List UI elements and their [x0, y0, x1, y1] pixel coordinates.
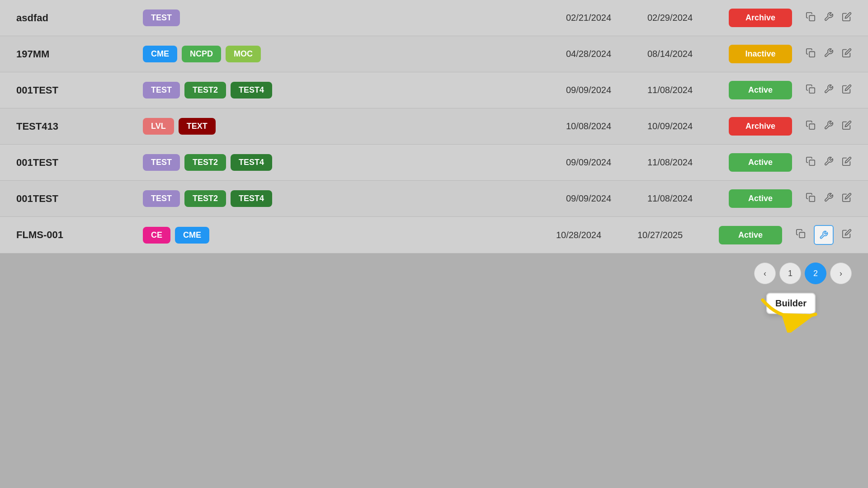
row-start-date: 10/08/2024 — [548, 121, 629, 131]
copy-icon[interactable] — [806, 192, 816, 205]
builder-tooltip-label: Builder — [775, 298, 807, 308]
builder-tooltip: Builder — [766, 293, 816, 314]
tag-ce[interactable]: CE — [143, 227, 170, 244]
edit-icon[interactable] — [842, 12, 852, 24]
status-button[interactable]: Active — [729, 153, 792, 172]
status-button[interactable]: Active — [729, 81, 792, 99]
row-actions — [806, 48, 852, 61]
row-start-date: 04/28/2024 — [548, 49, 629, 59]
status-button[interactable]: Archive — [729, 117, 792, 136]
row-start-date: 09/09/2024 — [548, 85, 629, 95]
tag-test2[interactable]: TEST2 — [184, 154, 226, 171]
tag-test2[interactable]: TEST2 — [184, 190, 226, 207]
tag-text[interactable]: TEXT — [179, 118, 216, 135]
page-2-button[interactable]: 2 — [805, 263, 826, 284]
svg-rect-0 — [809, 15, 815, 21]
table-row: 197MMCMENCPDMOC04/28/202408/14/2024Inact… — [0, 36, 868, 72]
row-tags: CECME — [143, 227, 324, 244]
status-button[interactable]: Active — [719, 226, 782, 244]
edit-icon[interactable] — [842, 229, 852, 241]
svg-rect-5 — [809, 196, 815, 202]
tag-test2[interactable]: TEST2 — [184, 82, 226, 99]
builder-icon[interactable] — [824, 156, 834, 169]
tag-test4[interactable]: TEST4 — [231, 154, 272, 171]
builder-icon[interactable] — [824, 84, 834, 97]
builder-icon[interactable] — [824, 192, 834, 205]
svg-rect-2 — [809, 88, 815, 93]
tag-test[interactable]: TEST — [143, 190, 180, 207]
table-row: TEST413LVLTEXT10/08/202410/09/2024Archiv… — [0, 108, 868, 145]
edit-icon[interactable] — [842, 48, 852, 61]
svg-rect-4 — [809, 160, 815, 165]
row-actions — [806, 120, 852, 133]
copy-icon[interactable] — [806, 120, 816, 133]
page-1-button[interactable]: 1 — [779, 263, 801, 284]
table-row: 001TESTTESTTEST2TEST409/09/202411/08/202… — [0, 72, 868, 108]
row-name: FLMS-001 — [16, 229, 143, 241]
svg-rect-3 — [809, 124, 815, 129]
row-actions — [806, 84, 852, 97]
builder-icon[interactable] — [824, 120, 834, 133]
edit-icon[interactable] — [842, 156, 852, 169]
row-tags: TESTTEST2TEST4 — [143, 154, 324, 171]
copy-icon[interactable] — [806, 48, 816, 61]
tag-cme[interactable]: CME — [175, 227, 209, 244]
row-name: 001TEST — [16, 84, 143, 96]
edit-icon[interactable] — [842, 84, 852, 97]
edit-icon[interactable] — [842, 192, 852, 205]
row-actions — [806, 156, 852, 169]
row-name: TEST413 — [16, 121, 143, 132]
row-tags: TESTTEST2TEST4 — [143, 190, 324, 207]
row-end-date: 10/27/2025 — [619, 230, 701, 240]
status-button[interactable]: Active — [729, 189, 792, 208]
row-name: 001TEST — [16, 193, 143, 205]
svg-rect-1 — [809, 52, 815, 57]
row-name: 001TEST — [16, 157, 143, 169]
edit-icon[interactable] — [842, 120, 852, 133]
row-actions — [806, 192, 852, 205]
row-start-date: 09/09/2024 — [548, 157, 629, 168]
status-button[interactable]: Inactive — [729, 45, 792, 63]
row-end-date: 02/29/2024 — [629, 13, 711, 23]
tag-test4[interactable]: TEST4 — [231, 82, 272, 99]
row-name: asdfad — [16, 12, 143, 24]
copy-icon[interactable] — [796, 229, 806, 241]
table-row: 001TESTTESTTEST2TEST409/09/202411/08/202… — [0, 181, 868, 217]
tag-moc[interactable]: MOC — [226, 46, 261, 62]
row-name: 197MM — [16, 48, 143, 60]
row-end-date: 08/14/2024 — [629, 49, 711, 59]
table-container: asdfadTEST02/21/202402/29/2024Archive197… — [0, 0, 868, 253]
tag-test[interactable]: TEST — [143, 9, 180, 26]
row-start-date: 10/28/2024 — [538, 230, 619, 240]
row-end-date: 11/08/2024 — [629, 193, 711, 204]
row-end-date: 11/08/2024 — [629, 85, 711, 95]
status-button[interactable]: Archive — [729, 9, 792, 27]
tag-test[interactable]: TEST — [143, 82, 180, 99]
tag-test4[interactable]: TEST4 — [231, 190, 272, 207]
tag-lvl[interactable]: LVL — [143, 118, 174, 135]
tag-cme[interactable]: CME — [143, 46, 177, 62]
row-actions — [796, 225, 852, 245]
copy-icon[interactable] — [806, 12, 816, 24]
pagination: ‹ 1 2 › — [0, 253, 868, 293]
row-tags: TEST — [143, 9, 324, 26]
row-actions — [806, 12, 852, 24]
svg-rect-6 — [799, 232, 805, 238]
page-next-button[interactable]: › — [830, 263, 852, 284]
table-row: 001TESTTESTTEST2TEST409/09/202411/08/202… — [0, 145, 868, 181]
builder-icon[interactable] — [824, 48, 834, 61]
row-end-date: 11/08/2024 — [629, 157, 711, 168]
builder-icon[interactable] — [814, 225, 834, 245]
copy-icon[interactable] — [806, 84, 816, 97]
row-tags: CMENCPDMOC — [143, 46, 324, 62]
table-row: FLMS-001CECME10/28/202410/27/2025Active — [0, 217, 868, 253]
table-row: asdfadTEST02/21/202402/29/2024Archive — [0, 0, 868, 36]
tag-test[interactable]: TEST — [143, 154, 180, 171]
copy-icon[interactable] — [806, 156, 816, 169]
row-tags: TESTTEST2TEST4 — [143, 82, 324, 99]
row-end-date: 10/09/2024 — [629, 121, 711, 131]
tag-ncpd[interactable]: NCPD — [182, 46, 221, 62]
row-start-date: 02/21/2024 — [548, 13, 629, 23]
page-prev-button[interactable]: ‹ — [754, 263, 776, 284]
builder-icon[interactable] — [824, 12, 834, 24]
